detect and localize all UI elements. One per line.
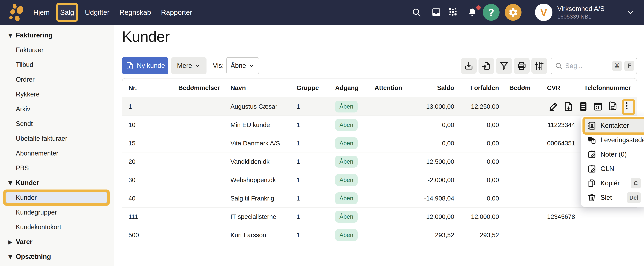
cell-cvr: 11223344 bbox=[538, 121, 575, 129]
shortcut-cmd-key: ⌘ bbox=[612, 61, 622, 71]
sidebar-item-label: Fakturaer bbox=[16, 46, 44, 54]
nav-item-salg[interactable]: Salg bbox=[60, 0, 74, 25]
table-row[interactable]: 1 Augustus Cæsar 1 Åben 13.000,00 12.250… bbox=[122, 97, 636, 116]
filter-icon bbox=[499, 61, 509, 71]
table-row[interactable]: 15 Vita Danmark A/S 1 Åben 0,00 0,00 000… bbox=[122, 134, 636, 152]
sidebar-item-kundekontokort[interactable]: Kundekontokort bbox=[0, 220, 114, 234]
company-name: Virksomhed A/S bbox=[557, 5, 604, 13]
search-box[interactable]: ⌘ F bbox=[551, 58, 637, 74]
column-header-bedommelser[interactable]: Bedømmelser bbox=[178, 84, 230, 91]
sidebar-item-rykkere[interactable]: Rykkere bbox=[0, 87, 114, 102]
nav-item-hjem[interactable]: Hjem bbox=[33, 0, 50, 25]
cell-cvr: 12345678 bbox=[538, 213, 575, 220]
cell-gruppe: 1 bbox=[296, 231, 335, 239]
statement-icon[interactable] bbox=[578, 101, 588, 112]
status-badge: Åben bbox=[335, 229, 358, 241]
menu-item-kontakter[interactable]: Kontakter bbox=[585, 118, 644, 133]
table-row[interactable]: 500 Kurt Larsson 1 Åben 293,52 293,52 bbox=[122, 226, 636, 244]
print-button[interactable] bbox=[514, 58, 530, 74]
shortcut-badge: C bbox=[631, 178, 641, 188]
table-row[interactable]: 40 Salg til Frankrig 1 Åben -14.908,04 0… bbox=[122, 189, 636, 207]
cell-nr: 500 bbox=[122, 231, 178, 239]
company-selector[interactable]: Virksomhed A/S 1605339 NB1 bbox=[557, 5, 604, 20]
recurring-invoice-icon[interactable] bbox=[608, 101, 618, 112]
status-badge: Åben bbox=[335, 192, 358, 204]
help-button[interactable]: ? bbox=[483, 4, 500, 21]
copy-icon bbox=[587, 178, 596, 188]
menu-item-kopier[interactable]: Kopiér C bbox=[581, 176, 644, 190]
cell-adgang: Åben bbox=[335, 101, 374, 113]
sidebar-item-ordrer[interactable]: Ordrer bbox=[0, 72, 114, 87]
nav-item-regnskab[interactable]: Regnskab bbox=[120, 0, 151, 25]
avatar[interactable]: V bbox=[535, 4, 552, 21]
sidebar-item-arkiv[interactable]: Arkiv bbox=[0, 102, 114, 116]
select-value: Åbne bbox=[230, 62, 246, 70]
column-header-nr[interactable]: Nr. bbox=[122, 84, 178, 91]
table-row[interactable]: 10 Min EU kunde 1 Åben 0,00 0,00 1122334… bbox=[122, 116, 636, 134]
sidebar-item-ubetalte-fakturaer[interactable]: Ubetalte fakturaer bbox=[0, 131, 114, 146]
export-button[interactable] bbox=[461, 58, 477, 74]
cell-saldo: 0,00 bbox=[412, 140, 454, 147]
bell-icon[interactable] bbox=[467, 7, 477, 17]
table-row[interactable]: 30 Webshoppen.dk 1 Åben -2.000,00 0,00 bbox=[122, 171, 636, 189]
menu-item-gln[interactable]: GLN bbox=[581, 162, 644, 176]
import-button[interactable] bbox=[478, 58, 494, 74]
cell-navn: Webshoppen.dk bbox=[230, 176, 296, 184]
sidebar-section-kunder[interactable]: ▼ Kunder bbox=[0, 175, 114, 190]
column-header-bedom[interactable]: Bedøm bbox=[499, 84, 538, 91]
chevron-down-icon bbox=[195, 63, 201, 69]
menu-item-slet[interactable]: Slet Del bbox=[581, 190, 644, 205]
sidebar-item-kundegrupper[interactable]: Kundegrupper bbox=[0, 205, 114, 220]
column-header-gruppe[interactable]: Gruppe bbox=[296, 84, 335, 91]
sidebar-item-tilbud[interactable]: Tilbud bbox=[0, 57, 114, 72]
sidebar-section-opsaetning[interactable]: ▼ Opsætning bbox=[0, 249, 114, 264]
column-header-cvr[interactable]: CVR bbox=[538, 84, 575, 91]
sidebar-item-abonnementer[interactable]: Abonnementer bbox=[0, 146, 114, 161]
column-settings-button[interactable] bbox=[532, 58, 547, 74]
new-invoice-icon[interactable] bbox=[563, 101, 574, 112]
search-icon[interactable] bbox=[412, 7, 422, 17]
column-header-navn[interactable]: Navn bbox=[230, 84, 296, 91]
menu-item-noter[interactable]: Noter (0) bbox=[581, 147, 644, 162]
sidebar-section-label: Fakturering bbox=[16, 32, 52, 39]
table-row[interactable]: 111 IT-specialisterne 1 Åben 12.000,00 1… bbox=[122, 207, 636, 226]
sidebar-item-kunder[interactable]: Kunder bbox=[0, 190, 114, 205]
column-header-forfalden[interactable]: Forfalden bbox=[454, 84, 499, 91]
column-header-attention[interactable]: Attention bbox=[374, 84, 412, 91]
more-button[interactable]: Mere bbox=[171, 57, 206, 74]
nav-item-udgifter[interactable]: Udgifter bbox=[85, 0, 110, 25]
account-card-icon[interactable] bbox=[593, 101, 603, 112]
chevron-down-icon[interactable] bbox=[626, 9, 634, 17]
avatar-letter: V bbox=[540, 6, 547, 18]
view-filter-select[interactable]: Åbne bbox=[226, 57, 259, 74]
chevron-down-icon bbox=[248, 63, 255, 69]
sidebar-item-pbs[interactable]: PBS bbox=[0, 161, 114, 175]
e-conomic-logo-icon[interactable] bbox=[8, 3, 26, 22]
inbox-icon[interactable] bbox=[431, 7, 441, 17]
menu-item-leveringssteder[interactable]: Leveringssteder bbox=[581, 133, 644, 147]
cell-adgang: Åben bbox=[335, 211, 374, 223]
cell-cvr: 00064351 bbox=[538, 140, 575, 147]
sidebar-section-fakturering[interactable]: ▼ Fakturering bbox=[0, 28, 114, 43]
company-id: 1605339 NB1 bbox=[557, 13, 604, 20]
filter-button[interactable] bbox=[496, 58, 512, 74]
nav-item-rapporter[interactable]: Rapporter bbox=[161, 0, 192, 25]
sidebar-item-fakturaer[interactable]: Fakturaer bbox=[0, 43, 114, 57]
settings-button[interactable] bbox=[505, 4, 522, 21]
column-header-telefonnummer[interactable]: Telefonnummer bbox=[575, 84, 637, 91]
new-customer-button[interactable]: Ny kunde bbox=[122, 57, 168, 74]
delivery-truck-icon bbox=[587, 135, 596, 145]
sidebar-item-sendt[interactable]: Sendt bbox=[0, 116, 114, 131]
row-action-buttons bbox=[548, 97, 631, 116]
column-header-saldo[interactable]: Saldo bbox=[412, 84, 454, 91]
cell-forfalden: 12.250,00 bbox=[454, 103, 499, 110]
file-import-icon bbox=[482, 61, 491, 71]
column-header-adgang[interactable]: Adgang bbox=[335, 84, 374, 91]
table-row[interactable]: 20 Vandkilden.dk 1 Åben -12.500,00 0,00 bbox=[122, 152, 636, 171]
apps-grid-icon[interactable] bbox=[448, 7, 458, 17]
sidebar-item-label: Abonnementer bbox=[16, 150, 58, 157]
search-input[interactable] bbox=[565, 62, 610, 70]
edit-icon[interactable] bbox=[548, 101, 559, 112]
sidebar-section-varer[interactable]: ▶ Varer bbox=[0, 234, 114, 249]
cell-forfalden: 0,00 bbox=[454, 121, 499, 129]
